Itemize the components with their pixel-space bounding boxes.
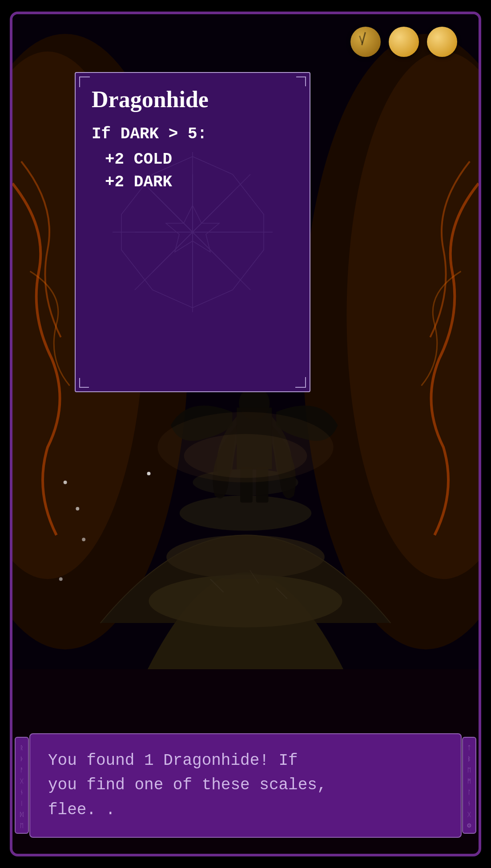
svg-text:ᚷ: ᚷ: [467, 811, 471, 818]
svg-text:ᛗ: ᛗ: [467, 778, 471, 784]
svg-text:ᚱ: ᚱ: [20, 744, 24, 751]
svg-text:ᚨ: ᚨ: [20, 767, 24, 773]
svg-text:ᛁ: ᛁ: [20, 800, 24, 807]
svg-rect-33: [15, 737, 28, 833]
svg-point-19: [59, 577, 63, 581]
svg-point-5: [149, 575, 342, 627]
card-condition: If DARK > 5:: [92, 125, 294, 143]
svg-text:ᛞ: ᛞ: [20, 811, 24, 818]
card-effect-1: +2 COLD: [92, 150, 294, 169]
svg-point-16: [64, 481, 67, 484]
rune-border-right: ᛏ ᛒ ᛖ ᛗ ᛚ ᚾ ᚷ ⚙: [462, 736, 477, 834]
svg-text:ᚦ: ᚦ: [20, 755, 24, 762]
svg-text:⚙: ⚙: [467, 822, 472, 829]
svg-text:ᛖ: ᛖ: [20, 822, 24, 829]
corner-decoration-bl: [79, 378, 89, 388]
card-title: Dragonhide: [92, 86, 294, 113]
bottom-text-box: ᚱ ᚦ ᚨ ᚷ ᚾ ᛁ ᛞ ᛖ ᛏ ᛒ ᛖ ᛗ ᛚ ᚾ ᚷ ⚙ You foun…: [29, 733, 462, 838]
svg-point-17: [76, 507, 79, 510]
svg-text:ᚾ: ᚾ: [467, 800, 471, 807]
svg-point-22: [184, 434, 307, 478]
svg-point-20: [147, 472, 151, 475]
svg-text:ᛚ: ᛚ: [467, 789, 471, 796]
bottom-text-content: You found 1 Dragonhide! If you find one …: [48, 748, 443, 823]
rune-border-left: ᚱ ᚦ ᚨ ᚷ ᚾ ᛁ ᛞ ᛖ: [14, 736, 29, 834]
coin-2: [389, 27, 419, 57]
svg-text:ᚷ: ᚷ: [20, 778, 24, 784]
svg-point-18: [82, 538, 85, 541]
coin-cracked: [350, 27, 381, 57]
svg-text:ᛖ: ᛖ: [467, 767, 471, 773]
svg-point-6: [166, 535, 325, 579]
svg-text:ᛏ: ᛏ: [467, 744, 471, 751]
coin-3: [427, 27, 457, 57]
bottom-text-line2: you find one of these scales,: [48, 776, 327, 794]
svg-text:ᚾ: ᚾ: [20, 789, 24, 796]
card-effect-2: +2 DARK: [92, 173, 294, 191]
coins-row: [350, 27, 457, 57]
game-frame: Dragonhide If DARK > 5: +2 COLD +2 DARK …: [10, 12, 481, 856]
corner-decoration-tr: [296, 76, 306, 86]
svg-rect-42: [463, 737, 476, 833]
svg-text:ᛒ: ᛒ: [467, 755, 471, 762]
card-panel: Dragonhide If DARK > 5: +2 COLD +2 DARK: [75, 72, 310, 392]
bottom-text-line1: You found 1 Dragonhide! If: [48, 751, 298, 770]
bottom-text-line3: flee. .: [48, 801, 115, 819]
